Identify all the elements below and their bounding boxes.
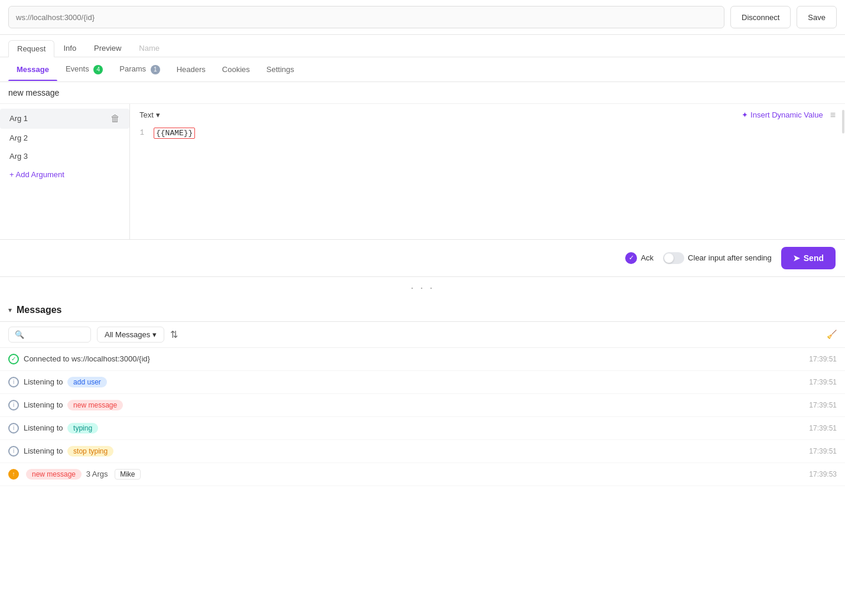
event-badge-newmessage: new message: [67, 400, 123, 410]
add-argument-button[interactable]: + Add Argument: [0, 165, 129, 184]
listen-stoptyping-time: 17:39:51: [809, 447, 837, 455]
tab-name[interactable]: Name: [130, 40, 168, 57]
magic-icon: ✦: [742, 110, 748, 119]
listen-typing-time: 17:39:51: [809, 424, 837, 432]
args-count-label: 3 Args: [86, 470, 108, 478]
divider[interactable]: · · ·: [0, 277, 845, 299]
messages-header: ▾ Messages: [0, 299, 845, 322]
tab-params[interactable]: Params 1: [111, 57, 168, 82]
scroll-thumb: [842, 110, 844, 133]
editor-actions: ✦ Insert Dynamic Value ≡: [742, 110, 836, 120]
template-variable[interactable]: {{NAME}}: [154, 128, 195, 139]
sub-tabs: Message Events 4 Params 1 Headers Cookie…: [0, 57, 845, 82]
editor-toolbar: Text ▾ ✦ Insert Dynamic Value ≡: [130, 110, 845, 125]
messages-section: ▾ Messages 🔍 All Messages ▾ ⇅ 🧹 ✓ Connec…: [0, 299, 845, 486]
connected-time: 17:39:51: [809, 355, 837, 363]
add-argument-label: + Add Argument: [9, 170, 64, 179]
params-badge: 1: [151, 65, 160, 74]
listen-typing-text: Listening to typing: [24, 423, 804, 434]
message-row-listen-newmessage: i Listening to new message 17:39:51: [0, 394, 845, 417]
sent-newmessage-text: new message 3 Args Mike: [24, 469, 804, 480]
arg-3-label: Arg 3: [9, 152, 28, 161]
top-bar: Disconnect Save: [0, 0, 845, 35]
message-row-listen-adduser: i Listening to add user 17:39:51: [0, 371, 845, 394]
clear-input-toggle[interactable]: [663, 252, 684, 264]
event-badge-adduser: add user: [67, 377, 107, 387]
clear-input-row: Clear input after sending: [663, 252, 772, 264]
listen-adduser-time: 17:39:51: [809, 378, 837, 386]
listen-newmessage-time: 17:39:51: [809, 401, 837, 409]
arg-item-2[interactable]: Arg 2: [0, 129, 129, 147]
listen-adduser-text: Listening to add user: [24, 377, 804, 387]
message-row-listen-typing: i Listening to typing 17:39:51: [0, 417, 845, 440]
scroll-indicator: [841, 104, 845, 239]
content-area: Arg 1 🗑 Arg 2 Arg 3 + Add Argument Text …: [0, 104, 845, 240]
clear-input-label: Clear input after sending: [688, 253, 772, 262]
listen-stoptyping-text: Listening to stop typing: [24, 446, 804, 457]
tab-info[interactable]: Info: [54, 40, 85, 57]
arg-1-delete[interactable]: 🗑: [110, 113, 120, 124]
info-icon-4: i: [8, 446, 19, 457]
messages-title: Messages: [17, 305, 62, 315]
tab-settings[interactable]: Settings: [258, 58, 303, 81]
insert-dynamic-label: Insert Dynamic Value: [750, 110, 823, 119]
clear-messages-icon[interactable]: 🧹: [827, 330, 837, 339]
code-editor: 1 {{NAME}}: [130, 125, 845, 141]
tab-cookies[interactable]: Cookies: [214, 58, 258, 81]
code-line-1: 1 {{NAME}}: [130, 128, 845, 139]
args-panel: Arg 1 🗑 Arg 2 Arg 3 + Add Argument: [0, 104, 130, 239]
filter-chevron-icon: ▾: [152, 330, 157, 339]
line-number-1: 1: [130, 128, 154, 137]
tab-request[interactable]: Request: [8, 40, 54, 57]
sent-arg-tag: Mike: [115, 469, 140, 480]
line-content-1[interactable]: {{NAME}}: [154, 128, 845, 139]
save-button[interactable]: Save: [797, 6, 837, 28]
arg-item-3[interactable]: Arg 3: [0, 147, 129, 165]
bottom-bar: ✓ Ack Clear input after sending ➤ Send: [0, 240, 845, 277]
message-list: ✓ Connected to ws://localhost:3000/{id} …: [0, 348, 845, 486]
insert-dynamic-button[interactable]: ✦ Insert Dynamic Value: [742, 110, 823, 119]
collapse-icon[interactable]: ▾: [8, 306, 12, 314]
editor-panel: Text ▾ ✦ Insert Dynamic Value ≡ 1 {{NAME…: [130, 104, 845, 239]
ack-checkbox[interactable]: ✓: [625, 252, 637, 264]
connected-text: Connected to ws://localhost:3000/{id}: [24, 354, 804, 363]
disconnect-button[interactable]: Disconnect: [730, 6, 791, 28]
text-type-label: Text: [139, 110, 154, 119]
sent-icon: ↑: [8, 469, 19, 480]
search-box[interactable]: 🔍: [8, 327, 91, 343]
arg-item-1[interactable]: Arg 1 🗑: [0, 109, 129, 129]
message-row-connected: ✓ Connected to ws://localhost:3000/{id} …: [0, 348, 845, 371]
arg-1-label: Arg 1: [9, 114, 28, 123]
messages-filter: 🔍 All Messages ▾ ⇅ 🧹: [0, 322, 845, 348]
tab-headers[interactable]: Headers: [168, 58, 214, 81]
events-badge: 4: [93, 65, 103, 74]
info-icon-2: i: [8, 400, 19, 410]
arg-2-label: Arg 2: [9, 133, 28, 142]
tab-preview[interactable]: Preview: [85, 40, 130, 57]
info-icon-3: i: [8, 423, 19, 434]
message-name-row: [0, 82, 845, 104]
ack-row: ✓ Ack: [625, 252, 654, 264]
send-label: Send: [804, 253, 824, 263]
sent-event-badge: new message: [26, 469, 82, 480]
message-row-sent-newmessage: ↑ new message 3 Args Mike 17:39:53: [0, 463, 845, 486]
ack-label: Ack: [641, 253, 654, 262]
filter-sort-icon[interactable]: ⇅: [170, 329, 178, 340]
tab-message[interactable]: Message: [8, 58, 57, 81]
message-name-input[interactable]: [8, 88, 837, 97]
filter-dropdown[interactable]: All Messages ▾: [97, 327, 164, 343]
event-badge-stoptyping: stop typing: [67, 446, 113, 457]
connected-icon: ✓: [8, 354, 19, 364]
request-tabs: Request Info Preview Name: [0, 35, 845, 57]
tab-events[interactable]: Events 4: [57, 57, 111, 82]
chevron-down-icon: ▾: [156, 110, 160, 119]
url-input[interactable]: [8, 6, 724, 28]
send-icon: ➤: [793, 253, 800, 263]
filter-label: All Messages: [105, 330, 150, 339]
info-icon-1: i: [8, 377, 19, 387]
lines-icon[interactable]: ≡: [830, 110, 836, 120]
text-type-button[interactable]: Text ▾: [139, 110, 160, 119]
listen-newmessage-text: Listening to new message: [24, 400, 804, 410]
send-button[interactable]: ➤ Send: [781, 247, 836, 269]
event-badge-typing: typing: [67, 423, 98, 434]
